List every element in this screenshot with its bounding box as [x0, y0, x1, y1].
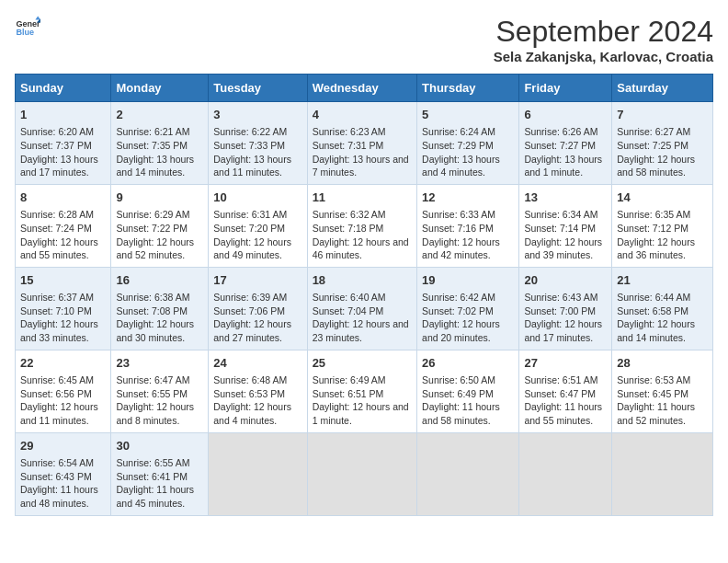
day-number: 22: [20, 355, 106, 372]
sunset-time: Sunset: 6:55 PM: [116, 388, 188, 399]
sunset-time: Sunset: 7:33 PM: [213, 140, 285, 151]
table-row: 1 Sunrise: 6:20 AM Sunset: 7:37 PM Dayli…: [16, 102, 713, 185]
daylight-hours: Daylight: 13 hours and 1 minute.: [524, 154, 602, 178]
sunrise-time: Sunrise: 6:40 AM: [313, 292, 386, 303]
calendar-cell: 14 Sunrise: 6:35 AM Sunset: 7:12 PM Dayl…: [612, 184, 713, 267]
sunrise-time: Sunrise: 6:38 AM: [116, 292, 189, 303]
sunrise-time: Sunrise: 6:31 AM: [213, 209, 287, 220]
day-number: 6: [524, 107, 607, 123]
day-number: 26: [422, 355, 514, 372]
header-saturday: Saturday: [612, 75, 713, 102]
daylight-hours: Daylight: 12 hours and 27 minutes.: [213, 318, 291, 343]
calendar-cell: 4 Sunrise: 6:23 AM Sunset: 7:31 PM Dayli…: [307, 102, 416, 185]
sunset-time: Sunset: 7:02 PM: [422, 305, 494, 316]
header-sunday: Sunday: [16, 75, 111, 102]
sunset-time: Sunset: 7:35 PM: [116, 140, 188, 151]
sunrise-time: Sunrise: 6:39 AM: [213, 292, 287, 303]
sunset-time: Sunset: 6:51 PM: [313, 388, 384, 399]
day-number: 9: [116, 190, 203, 206]
calendar-cell: 23 Sunrise: 6:47 AM Sunset: 6:55 PM Dayl…: [111, 350, 209, 432]
calendar-cell: 24 Sunrise: 6:48 AM Sunset: 6:53 PM Dayl…: [209, 350, 307, 432]
day-number: 28: [617, 355, 708, 372]
sunrise-time: Sunrise: 6:21 AM: [116, 126, 189, 137]
calendar-cell: 17 Sunrise: 6:39 AM Sunset: 7:06 PM Dayl…: [209, 267, 307, 350]
header-friday: Friday: [519, 75, 612, 102]
sunset-time: Sunset: 7:37 PM: [20, 140, 92, 151]
day-number: 1: [20, 107, 106, 123]
calendar-table: Sunday Monday Tuesday Wednesday Thursday…: [15, 74, 713, 516]
calendar-cell: 22 Sunrise: 6:45 AM Sunset: 6:56 PM Dayl…: [16, 350, 111, 432]
calendar-cell: 6 Sunrise: 6:26 AM Sunset: 7:27 PM Dayli…: [519, 102, 612, 185]
calendar-cell: [612, 432, 713, 515]
daylight-hours: Daylight: 12 hours and 52 minutes.: [116, 236, 194, 261]
daylight-hours: Daylight: 11 hours and 52 minutes.: [617, 401, 695, 426]
sunset-time: Sunset: 7:14 PM: [524, 223, 596, 234]
sunrise-time: Sunrise: 6:51 AM: [524, 374, 597, 385]
table-row: 8 Sunrise: 6:28 AM Sunset: 7:24 PM Dayli…: [16, 184, 713, 267]
sunrise-time: Sunrise: 6:53 AM: [617, 374, 690, 385]
sunrise-time: Sunrise: 6:27 AM: [617, 126, 690, 137]
daylight-hours: Daylight: 11 hours and 58 minutes.: [422, 401, 500, 426]
sunset-time: Sunset: 6:56 PM: [20, 388, 92, 399]
sunrise-time: Sunrise: 6:32 AM: [313, 209, 386, 220]
calendar-cell: 2 Sunrise: 6:21 AM Sunset: 7:35 PM Dayli…: [111, 102, 209, 185]
daylight-hours: Daylight: 11 hours and 55 minutes.: [524, 401, 602, 426]
day-number: 4: [313, 107, 412, 123]
sunset-time: Sunset: 6:41 PM: [116, 471, 188, 482]
calendar-header-row: Sunday Monday Tuesday Wednesday Thursday…: [16, 75, 713, 102]
header-monday: Monday: [111, 75, 209, 102]
daylight-hours: Daylight: 13 hours and 7 minutes.: [313, 154, 409, 178]
calendar-cell: 10 Sunrise: 6:31 AM Sunset: 7:20 PM Dayl…: [209, 184, 307, 267]
sunset-time: Sunset: 7:12 PM: [617, 223, 688, 234]
sunrise-time: Sunrise: 6:35 AM: [617, 209, 690, 220]
calendar-cell: 25 Sunrise: 6:49 AM Sunset: 6:51 PM Dayl…: [307, 350, 416, 432]
sunset-time: Sunset: 7:16 PM: [422, 223, 494, 234]
calendar-cell: [417, 432, 519, 515]
day-number: 14: [617, 190, 708, 206]
sunrise-time: Sunrise: 6:29 AM: [116, 209, 189, 220]
daylight-hours: Daylight: 12 hours and 49 minutes.: [213, 236, 291, 261]
daylight-hours: Daylight: 11 hours and 45 minutes.: [116, 484, 194, 509]
sunrise-time: Sunrise: 6:42 AM: [422, 292, 495, 303]
daylight-hours: Daylight: 12 hours and 4 minutes.: [213, 401, 291, 426]
calendar-cell: 20 Sunrise: 6:43 AM Sunset: 7:00 PM Dayl…: [519, 267, 612, 350]
daylight-hours: Daylight: 12 hours and 23 minutes.: [313, 318, 409, 343]
sunset-time: Sunset: 7:08 PM: [116, 305, 188, 316]
day-number: 8: [20, 190, 106, 206]
sunrise-time: Sunrise: 6:37 AM: [20, 292, 94, 303]
logo-icon: General Blue: [15, 15, 40, 40]
day-number: 13: [524, 190, 607, 206]
sunrise-time: Sunrise: 6:55 AM: [116, 457, 189, 468]
sunset-time: Sunset: 6:58 PM: [617, 305, 688, 316]
sunrise-time: Sunrise: 6:44 AM: [617, 292, 690, 303]
sunset-time: Sunset: 7:04 PM: [313, 305, 384, 316]
calendar-cell: 26 Sunrise: 6:50 AM Sunset: 6:49 PM Dayl…: [417, 350, 519, 432]
page-subtitle: Sela Zakanjska, Karlovac, Croatia: [494, 49, 713, 64]
logo: General Blue: [15, 15, 40, 40]
sunrise-time: Sunrise: 6:24 AM: [422, 126, 495, 137]
sunset-time: Sunset: 6:49 PM: [422, 388, 494, 399]
sunrise-time: Sunrise: 6:50 AM: [422, 374, 495, 385]
header-tuesday: Tuesday: [209, 75, 307, 102]
daylight-hours: Daylight: 13 hours and 4 minutes.: [422, 154, 500, 178]
daylight-hours: Daylight: 12 hours and 30 minutes.: [116, 318, 194, 343]
day-number: 7: [617, 107, 708, 123]
calendar-cell: [209, 432, 307, 515]
sunset-time: Sunset: 7:27 PM: [524, 140, 596, 151]
calendar-cell: 3 Sunrise: 6:22 AM Sunset: 7:33 PM Dayli…: [209, 102, 307, 185]
daylight-hours: Daylight: 13 hours and 11 minutes.: [213, 154, 291, 178]
sunset-time: Sunset: 7:00 PM: [524, 305, 596, 316]
calendar-cell: 18 Sunrise: 6:40 AM Sunset: 7:04 PM Dayl…: [307, 267, 416, 350]
calendar-cell: [307, 432, 416, 515]
calendar-cell: 21 Sunrise: 6:44 AM Sunset: 6:58 PM Dayl…: [612, 267, 713, 350]
header-wednesday: Wednesday: [307, 75, 416, 102]
daylight-hours: Daylight: 12 hours and 39 minutes.: [524, 236, 602, 261]
daylight-hours: Daylight: 11 hours and 48 minutes.: [20, 484, 98, 509]
day-number: 24: [213, 355, 301, 372]
sunset-time: Sunset: 7:10 PM: [20, 305, 92, 316]
sunrise-time: Sunrise: 6:23 AM: [313, 126, 386, 137]
daylight-hours: Daylight: 12 hours and 46 minutes.: [313, 236, 409, 261]
day-number: 25: [313, 355, 412, 372]
table-row: 29 Sunrise: 6:54 AM Sunset: 6:43 PM Dayl…: [16, 432, 713, 515]
calendar-cell: 27 Sunrise: 6:51 AM Sunset: 6:47 PM Dayl…: [519, 350, 612, 432]
